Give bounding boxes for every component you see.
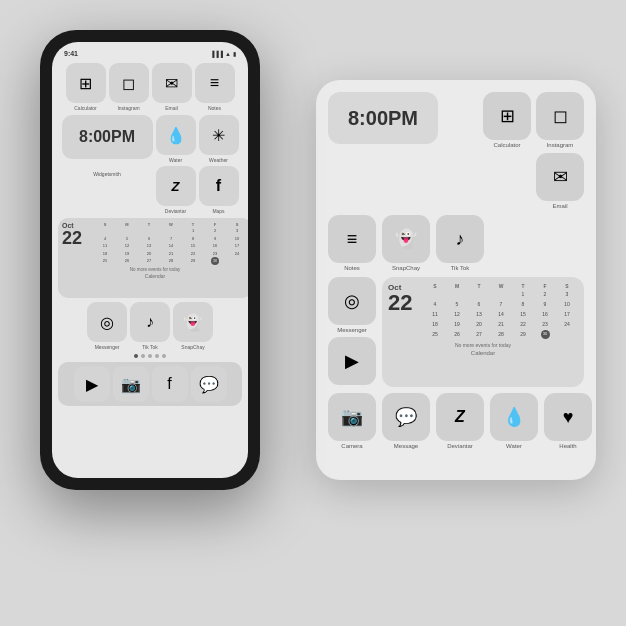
panel-message-app[interactable]: 💬 Message [382,393,430,449]
phone-row-3: ◎ Messenger ♪ Tik Tok 👻 SnapChay [58,302,242,350]
panel-water-app[interactable]: 💧 Water [490,393,538,449]
messenger-icon[interactable]: ◎ [87,302,127,342]
time-widget[interactable]: 8:00PM [62,115,153,159]
facebook-icon[interactable]: f [152,366,188,402]
panel-tiktok-label: Tik Tok [451,265,470,271]
panel-messenger-label: Messenger [337,327,367,333]
phone-row-2: 8:00PM Widgetsmith 💧 Water ✳ Weather [58,115,242,214]
panel-notes-icon[interactable]: ≡ [328,215,376,263]
panel-cal-no-events: No more events for today [388,342,578,348]
panel-deviantar-label: Deviantar [447,443,473,449]
dot-4 [155,354,159,358]
panel-email-icon[interactable]: ✉ [536,153,584,201]
phone-row-1: ⊞ Calculator ◻ Instagram ✉ Email ≡ Notes [58,63,242,111]
panel-camera-app[interactable]: 📷 Camera [328,393,376,449]
panel-deviantar-icon[interactable]: Z [436,393,484,441]
panel-messenger-icon[interactable]: ◎ [328,277,376,325]
battery-icon: ▮ [233,50,236,57]
phone-status-icons: ▐▐▐ ▲ ▮ [210,50,236,57]
messenger-label: Messenger [95,344,120,350]
snapchay-label: SnapChay [181,344,204,350]
panel-time-widget[interactable]: 8:00PM [328,92,438,144]
phone-screen: 9:41 ▐▐▐ ▲ ▮ ⊞ Calculator ◻ Instagram [52,42,248,478]
panel-message-icon[interactable]: 💬 [382,393,430,441]
panel-notes-app[interactable]: ≡ Notes [328,215,376,271]
messenger-app[interactable]: ◎ Messenger [87,302,127,350]
panel-calculator-label: Calculator [493,142,520,148]
deviantar-app[interactable]: Z Deviantar [156,166,196,214]
panel-calendar-row: ◎ Messenger ▶ Oct 22 S [328,277,584,387]
tiktok-app[interactable]: ♪ Tik Tok [130,302,170,350]
panel-messenger-app[interactable]: ◎ Messenger [328,277,376,333]
panel-calendar-widget[interactable]: Oct 22 S M T W T F S [382,277,584,387]
camera-icon[interactable]: 📷 [113,366,149,402]
calculator-label: Calculator [74,105,97,111]
calc-app[interactable]: ⊞ Calculator [66,63,106,111]
tiktok-icon[interactable]: ♪ [130,302,170,342]
notes-label: Notes [208,105,221,111]
dot-2 [141,354,145,358]
panel-snapchay-label: SnapChay [392,265,420,271]
panel-email-app[interactable]: ✉ Email [536,153,584,209]
panel-instagram-app[interactable]: ◻ Instagram [536,92,584,148]
phone-calendar-widget[interactable]: Oct 22 S M T W T F S [58,218,248,298]
notes-app[interactable]: ≡ Notes [195,63,235,111]
panel-calculator-icon[interactable]: ⊞ [483,92,531,140]
panel-cal-day: 22 [388,292,418,314]
weather-app[interactable]: ✳ Weather [199,115,239,163]
instagram-app[interactable]: ◻ Instagram [109,63,149,111]
panel-health-label: Health [559,443,576,449]
weather-icon[interactable]: ✳ [199,115,239,155]
maps-label: Maps [212,208,224,214]
phone-time: 9:41 [64,50,78,57]
calculator-icon[interactable]: ⊞ [66,63,106,103]
panel-calculator-app[interactable]: ⊞ Calculator [483,92,531,148]
snapchay-icon[interactable]: 👻 [173,302,213,342]
panel-health-icon[interactable]: ♥ [544,393,592,441]
panel-water-label: Water [506,443,522,449]
panel-water-icon[interactable]: 💧 [490,393,538,441]
panel-tiktok-app[interactable]: ♪ Tik Tok [436,215,484,271]
phone-bottom-dock: ▶ 📷 f 💬 [58,362,242,406]
panel-bottom-row: 📷 Camera 💬 Message Z Deviantar 💧 Water ♥… [328,393,584,449]
dot-1 [134,354,138,358]
phone-notch-bar: 9:41 ▐▐▐ ▲ ▮ [58,50,242,57]
water-icon[interactable]: 💧 [156,115,196,155]
panel-message-label: Message [394,443,418,449]
tiktok-label: Tik Tok [142,344,158,350]
panel-youtube-app[interactable]: ▶ [328,337,376,387]
dot-5 [162,354,166,358]
panel-snapchay-icon[interactable]: 👻 [382,215,430,263]
phone: 9:41 ▐▐▐ ▲ ▮ ⊞ Calculator ◻ Instagram [40,30,260,490]
panel-tiktok-icon[interactable]: ♪ [436,215,484,263]
panel-camera-label: Camera [341,443,362,449]
email-icon[interactable]: ✉ [152,63,192,103]
weather-label: Weather [209,157,228,163]
panel-today-cell: 30 [541,330,550,339]
panel-row-2: ≡ Notes 👻 SnapChay ♪ Tik Tok [328,215,584,271]
phone-cal-day: 22 [62,229,82,247]
deviantar-label: Deviantar [165,208,186,214]
youtube-icon[interactable]: ▶ [74,366,110,402]
maps-icon[interactable]: f [199,166,239,206]
panel-health-app[interactable]: ♥ Health [544,393,592,449]
water-app[interactable]: 💧 Water [156,115,196,163]
notes-icon[interactable]: ≡ [195,63,235,103]
snapchay-app[interactable]: 👻 SnapChay [173,302,213,350]
widget-panel: 8:00PM ⊞ Calculator ◻ Instagram ✉ Email [316,80,596,480]
panel-camera-icon[interactable]: 📷 [328,393,376,441]
deviantar-icon[interactable]: Z [156,166,196,206]
panel-cal-title: Calendar [388,350,578,356]
maps-app[interactable]: f Maps [199,166,239,214]
panel-instagram-icon[interactable]: ◻ [536,92,584,140]
chat-icon[interactable]: 💬 [191,366,227,402]
email-label: Email [165,105,178,111]
signal-icon: ▐▐▐ [210,51,223,57]
panel-youtube-icon[interactable]: ▶ [328,337,376,385]
today-cell: 30 [211,257,219,265]
email-app[interactable]: ✉ Email [152,63,192,111]
panel-row-1: 8:00PM ⊞ Calculator ◻ Instagram ✉ Email [328,92,584,209]
panel-deviantar-app[interactable]: Z Deviantar [436,393,484,449]
instagram-icon[interactable]: ◻ [109,63,149,103]
panel-snapchay-app[interactable]: 👻 SnapChay [382,215,430,271]
